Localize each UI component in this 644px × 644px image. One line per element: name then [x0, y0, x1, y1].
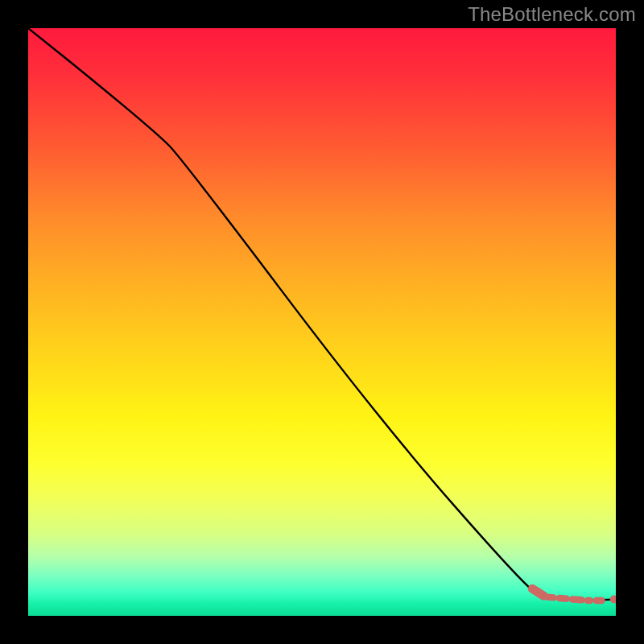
marker-segment	[532, 588, 543, 596]
bottleneck-curve	[28, 28, 616, 600]
curve-svg	[28, 28, 616, 616]
marker-segment	[559, 598, 567, 599]
chart-container: TheBottleneck.com	[0, 0, 644, 644]
plot-area	[28, 28, 616, 616]
marker-segment	[547, 597, 554, 598]
highlight-markers	[532, 588, 616, 603]
marker-segment	[572, 600, 582, 601]
marker-dot	[610, 596, 616, 604]
watermark-text: TheBottleneck.com	[468, 3, 636, 26]
